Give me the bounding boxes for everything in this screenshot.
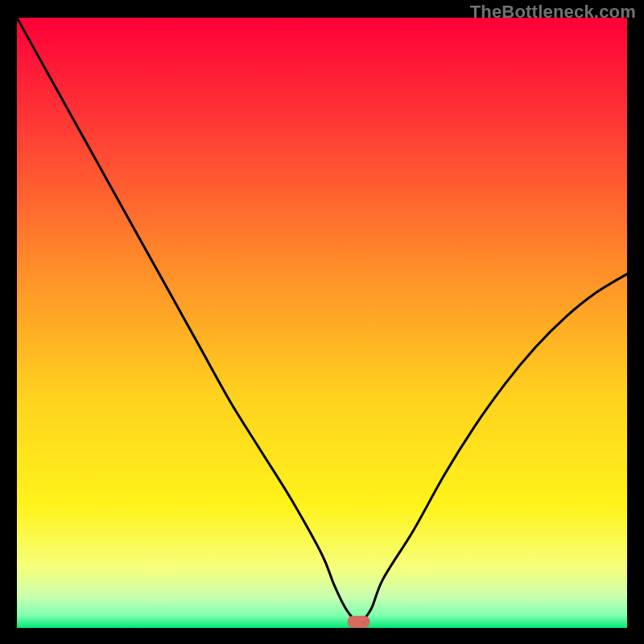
gradient-background — [17, 18, 627, 628]
bottleneck-chart — [17, 18, 627, 628]
optimal-marker — [348, 616, 370, 628]
chart-frame: TheBottleneck.com — [0, 0, 644, 644]
